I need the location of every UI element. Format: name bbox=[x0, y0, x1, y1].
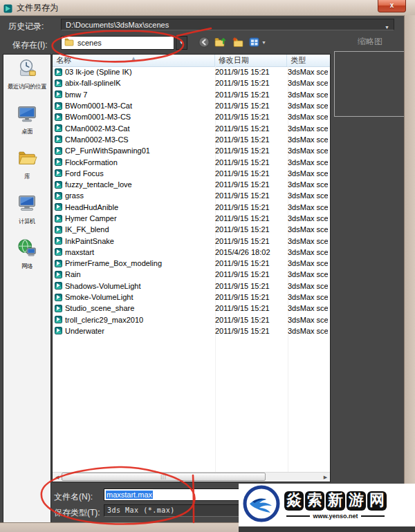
file-row[interactable]: Rain2011/9/15 15:213dsMax scen bbox=[53, 269, 330, 280]
place-item-5[interactable]: 网络 bbox=[3, 238, 50, 271]
file-row[interactable]: CP_FunWithSpawning012011/9/15 15:213dsMa… bbox=[53, 145, 330, 156]
3dsmax-file-icon bbox=[55, 316, 62, 323]
horizontal-scrollbar[interactable]: ◀ ||| ▶ bbox=[53, 472, 330, 482]
file-date: 2011/9/15 15:21 bbox=[212, 237, 284, 245]
file-name: Smoke-VolumeLight bbox=[65, 293, 212, 301]
place-label: 库 bbox=[24, 173, 30, 181]
place-item-1[interactable]: 最近访问的位置 bbox=[3, 58, 50, 91]
file-row[interactable]: Shadows-VolumeLight2011/9/15 15:213dsMax… bbox=[53, 281, 330, 292]
file-date: 2011/9/15 15:21 bbox=[212, 327, 284, 335]
3dsmax-file-icon bbox=[55, 327, 62, 334]
file-name-label: 文件名(N): bbox=[54, 491, 93, 503]
watermark: 焱索新游网 www.yenso.net bbox=[239, 484, 415, 526]
window-title: 文件另存为 bbox=[17, 2, 58, 14]
column-header-type[interactable]: 类型 bbox=[286, 55, 330, 66]
watermark-site-name: 焱索新游网 bbox=[284, 491, 387, 511]
file-name: Shadows-VolumeLight bbox=[65, 282, 212, 290]
file-row[interactable]: Smoke-VolumeLight2011/9/15 15:213dsMax s… bbox=[53, 292, 330, 303]
file-date: 2011/9/15 15:21 bbox=[212, 169, 284, 178]
save-in-dropdown-button[interactable]: ▼ bbox=[176, 36, 187, 50]
file-row[interactable]: bmw 72011/9/15 15:213dsMax scen bbox=[53, 89, 330, 100]
file-row[interactable]: grass2011/9/15 15:213dsMax scen bbox=[53, 190, 330, 201]
save-in-combobox[interactable]: scenes bbox=[61, 36, 174, 50]
desktop-icon bbox=[17, 103, 37, 126]
file-row[interactable]: BWom0001-M3-Cat2011/9/15 15:213dsMax sce… bbox=[53, 100, 330, 111]
computer-icon bbox=[17, 193, 37, 216]
file-date: 2011/9/15 15:21 bbox=[212, 270, 284, 278]
3dsmax-file-icon bbox=[55, 294, 62, 301]
3dsmax-file-icon bbox=[55, 68, 62, 76]
save-as-dialog: 文件另存为 x 历史记录: D:\Documents\3dsMax\scenes… bbox=[0, 0, 415, 532]
save-in-value: scenes bbox=[77, 39, 102, 47]
3dsmax-file-icon bbox=[55, 135, 62, 143]
file-row[interactable]: FlockFormation2011/9/15 15:213dsMax scen bbox=[53, 156, 330, 167]
column-header-date[interactable]: 修改日期 bbox=[214, 55, 286, 66]
file-row[interactable]: troll_cleric29_max20102011/9/15 15:213ds… bbox=[53, 314, 330, 325]
file-row[interactable]: BWom0001-M3-CS2011/9/15 15:213dsMax scen bbox=[53, 111, 330, 122]
scroll-left-arrow[interactable]: ◀ bbox=[53, 473, 62, 482]
file-row[interactable]: Ford Focus2011/9/15 15:213dsMax scen bbox=[53, 168, 330, 179]
file-type: 3dsMax scen bbox=[284, 259, 328, 267]
file-date: 2011/9/15 15:21 bbox=[212, 225, 284, 234]
back-button[interactable] bbox=[199, 37, 210, 48]
file-date: 2011/9/15 15:21 bbox=[212, 191, 284, 200]
file-name: fuzzy_tentacle_love bbox=[65, 180, 212, 189]
file-type: 3dsMax scen bbox=[284, 91, 328, 99]
view-menu-button[interactable]: ▼ bbox=[249, 37, 266, 48]
file-type: 3dsMax scen bbox=[284, 102, 328, 110]
file-name: BWom0001-M3-CS bbox=[65, 113, 212, 121]
file-date: 2011/9/15 15:21 bbox=[212, 68, 284, 76]
history-dropdown[interactable]: D:\Documents\3dsMax\scenes ▼ bbox=[61, 19, 394, 30]
file-name: Underwater bbox=[65, 327, 212, 335]
file-row[interactable]: Studio_scene_share2011/9/15 15:213dsMax … bbox=[53, 303, 330, 314]
file-row[interactable]: HeadHudAnible2011/9/15 15:213dsMax scen bbox=[53, 202, 330, 213]
up-one-level-button[interactable] bbox=[214, 37, 227, 48]
file-date: 2011/9/15 15:21 bbox=[212, 259, 284, 267]
new-folder-button[interactable] bbox=[232, 37, 244, 48]
file-date: 2011/9/15 15:21 bbox=[212, 124, 284, 133]
file-type: 3dsMax scen bbox=[284, 327, 328, 335]
file-row[interactable]: Hymer Camper2011/9/15 15:213dsMax scen bbox=[53, 213, 330, 224]
file-date: 2011/9/15 15:21 bbox=[212, 203, 284, 211]
file-name: PrimerFrame_Box_modeling bbox=[65, 259, 212, 267]
column-header-name[interactable]: 名称 ▲ bbox=[53, 55, 214, 66]
3dsmax-app-icon bbox=[3, 3, 12, 12]
file-type: 3dsMax scen bbox=[284, 270, 328, 278]
place-item-4[interactable]: 计算机 bbox=[3, 193, 50, 226]
file-row[interactable]: abix-fall-splineIK2011/9/15 15:213dsMax … bbox=[53, 77, 330, 88]
file-name: BWom0001-M3-Cat bbox=[65, 102, 212, 110]
window-frame-right bbox=[404, 15, 415, 522]
file-row[interactable]: CMan0002-M3-Cat2011/9/15 15:213dsMax sce… bbox=[53, 122, 330, 133]
file-type: 3dsMax scen bbox=[284, 124, 328, 133]
file-type: 3dsMax scen bbox=[284, 237, 328, 245]
thumbnail-preview bbox=[334, 51, 405, 117]
close-button[interactable]: x bbox=[378, 0, 406, 12]
file-name: IK_FK_blend bbox=[65, 225, 212, 234]
3dsmax-file-icon bbox=[55, 79, 62, 87]
file-row[interactable]: PrimerFrame_Box_modeling2011/9/15 15:213… bbox=[53, 258, 330, 269]
file-name: CP_FunWithSpawning01 bbox=[65, 146, 212, 155]
file-type: 3dsMax scen bbox=[284, 135, 328, 144]
file-row[interactable]: IK_FK_blend2011/9/15 15:213dsMax scen bbox=[53, 224, 330, 235]
file-row[interactable]: fuzzy_tentacle_love2011/9/15 15:213dsMax… bbox=[53, 179, 330, 190]
file-date: 2015/4/26 18:02 bbox=[212, 248, 284, 256]
network-icon bbox=[17, 238, 37, 261]
file-name: Studio_scene_share bbox=[65, 304, 212, 312]
file-row[interactable]: 03 Ik-joe (Spline IK)2011/9/15 15:213dsM… bbox=[53, 66, 330, 77]
watermark-char: 焱 bbox=[284, 491, 304, 511]
libraries-icon bbox=[17, 148, 37, 171]
file-row[interactable]: CMan0002-M3-CS2011/9/15 15:213dsMax scen bbox=[53, 134, 330, 145]
file-row[interactable]: InkPaintSnake2011/9/15 15:213dsMax scen bbox=[53, 235, 330, 246]
file-row[interactable]: maxstart2015/4/26 18:023dsMax scen bbox=[53, 247, 330, 258]
history-path: D:\Documents\3dsMax\scenes bbox=[66, 21, 169, 29]
scrollbar-thumb[interactable]: ||| bbox=[62, 473, 266, 481]
chevron-down-icon: ▼ bbox=[385, 22, 389, 33]
place-item-2[interactable]: 桌面 bbox=[3, 103, 50, 136]
scroll-right-arrow[interactable]: ▶ bbox=[321, 473, 330, 482]
file-type: 3dsMax scen bbox=[284, 282, 328, 290]
file-row[interactable]: Underwater2011/9/15 15:213dsMax scen bbox=[53, 325, 330, 336]
folder-icon bbox=[64, 38, 74, 48]
3dsmax-file-icon bbox=[55, 271, 62, 278]
place-label: 计算机 bbox=[19, 218, 35, 226]
place-item-3[interactable]: 库 bbox=[3, 148, 50, 181]
